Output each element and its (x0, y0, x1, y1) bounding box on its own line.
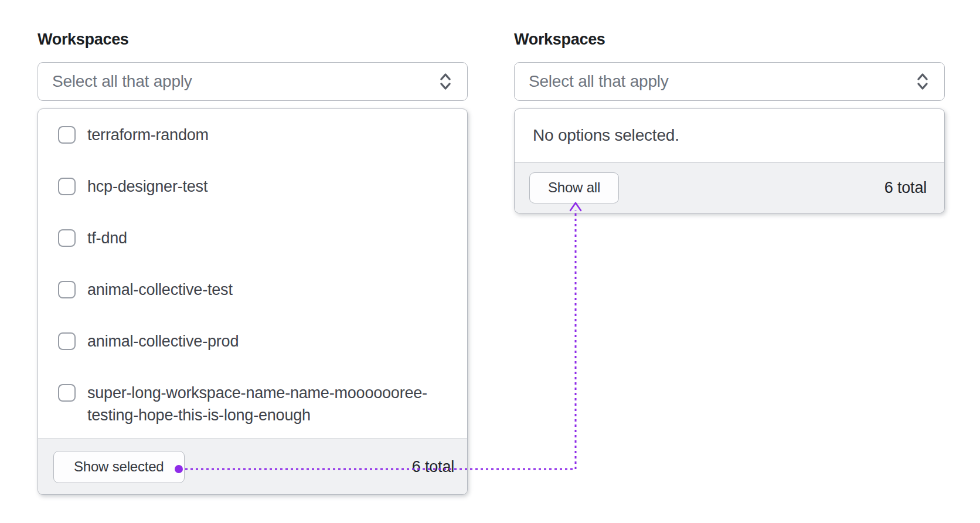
selected-options-panel: No options selected. Show all 6 total (514, 108, 945, 213)
option-row[interactable]: animal-collective-test (58, 279, 453, 301)
multiselect-trigger[interactable]: Select all that apply (38, 62, 468, 101)
show-all-button[interactable]: Show all (529, 172, 619, 203)
option-row[interactable]: hcp-designer-test (58, 175, 453, 198)
field-label: Workspaces (38, 30, 468, 48)
multiselect-trigger[interactable]: Select all that apply (514, 62, 945, 101)
option-checkbox[interactable] (58, 178, 76, 195)
trigger-placeholder: Select all that apply (52, 72, 192, 91)
empty-state-row: No options selected. (515, 109, 944, 162)
caret-up-down-icon (439, 73, 452, 90)
option-label: animal-collective-test (87, 279, 233, 301)
option-checkbox[interactable] (58, 281, 76, 298)
dropdown-footer: Show all 6 total (515, 162, 944, 213)
option-label: tf-dnd (87, 227, 127, 249)
option-label: terraform-random (87, 124, 209, 146)
option-checkbox[interactable] (58, 384, 76, 402)
option-label: super-long-workspace-name-name-moooooore… (87, 382, 453, 426)
field-label: Workspaces (514, 30, 945, 48)
option-row[interactable]: terraform-random (58, 124, 453, 146)
option-checkbox[interactable] (58, 229, 76, 247)
option-checkbox[interactable] (58, 126, 76, 144)
workspaces-multiselect-empty: Workspaces Select all that apply No opti… (514, 30, 945, 213)
empty-state-message: No options selected. (533, 126, 679, 145)
page: Workspaces Select all that apply terrafo… (0, 0, 980, 523)
option-checkbox[interactable] (58, 332, 76, 350)
option-row[interactable]: super-long-workspace-name-name-moooooore… (58, 382, 453, 426)
workspaces-multiselect-open: Workspaces Select all that apply terrafo… (38, 30, 468, 495)
total-count: 6 total (412, 458, 454, 476)
option-row[interactable]: tf-dnd (58, 227, 453, 249)
caret-up-down-icon (916, 73, 929, 90)
show-selected-button[interactable]: Show selected (53, 451, 185, 483)
options-dropdown-panel: terraform-random hcp-designer-test tf-dn… (38, 108, 468, 495)
dropdown-footer: Show selected 6 total (38, 439, 467, 494)
option-label: animal-collective-prod (87, 330, 239, 352)
total-count: 6 total (884, 179, 927, 197)
option-label: hcp-designer-test (87, 175, 207, 198)
trigger-placeholder: Select all that apply (529, 72, 669, 91)
workspace-option-list: terraform-random hcp-designer-test tf-dn… (38, 109, 467, 439)
option-row[interactable]: animal-collective-prod (58, 330, 453, 352)
